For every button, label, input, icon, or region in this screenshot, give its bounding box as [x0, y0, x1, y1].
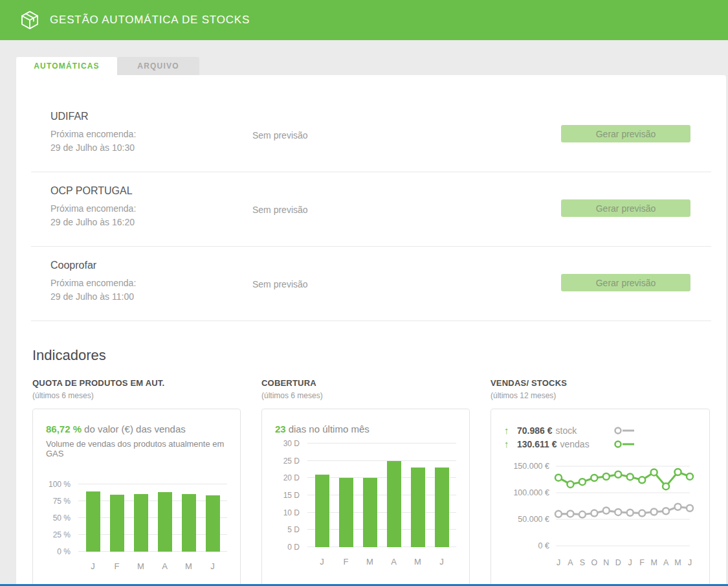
- indicator-cobertura: COBERTURA (últimos 6 meses) 23dias no úl…: [261, 378, 470, 586]
- x-axis-label: F: [334, 557, 358, 567]
- generate-forecast-button[interactable]: Gerar previsão: [561, 274, 690, 291]
- stock-point: [567, 510, 573, 517]
- y-axis-tick: 15 D: [283, 491, 300, 500]
- indicator-vendas-stocks: VENDAS/ STOCKS (últimos 12 meses) ↑ 70.9…: [491, 378, 710, 586]
- y-axis-tick: 0 %: [57, 547, 71, 556]
- cobertura-bar-chart: 0 D5 D10 D15 D20 D25 D30 DJFMAMJ: [275, 444, 456, 567]
- bar: [435, 468, 449, 547]
- stock-point: [591, 510, 597, 517]
- y-axis-tick: 50.000 €: [518, 515, 549, 524]
- arrow-up-icon: ↑: [504, 438, 517, 449]
- bar: [110, 495, 124, 552]
- vendas-point: [639, 477, 645, 483]
- stock-line-marker-icon: [613, 426, 636, 435]
- indicators-grid: QUOTA DE PRODUTOS EM AUT. (últimos 6 mes…: [16, 378, 726, 586]
- y-axis-tick: 100 %: [49, 480, 71, 489]
- quota-bar-chart: 0 %25 %50 %75 %100 %JFMAMJ: [46, 484, 227, 571]
- supplier-name: Cooprofar: [50, 260, 711, 271]
- bar: [86, 491, 100, 552]
- legend-text: 70.986 €stock: [517, 425, 613, 436]
- x-axis-label: J: [201, 561, 225, 571]
- bar: [387, 461, 401, 547]
- bar: [363, 478, 377, 547]
- supplier-row-udifar: UDIFAR Próxima encomenda: 29 de Julho às…: [31, 98, 711, 172]
- quota-subtext: Volume de vendas dos produtos atualmente…: [46, 439, 227, 458]
- stock-point: [579, 512, 586, 518]
- tab-automaticas[interactable]: AUTOMÁTICAS: [16, 57, 117, 75]
- legend-text: 130.611 €vendas: [517, 439, 613, 449]
- app-header: GESTÃO AUTOMÁTICA DE STOCKS: [0, 0, 728, 40]
- y-axis-tick: 30 D: [283, 439, 300, 448]
- bar: [134, 494, 148, 552]
- package-icon: [19, 10, 40, 30]
- x-axis-label: M: [358, 557, 382, 567]
- next-order-time: 29 de Julho às 11:00: [50, 290, 711, 304]
- arrow-up-icon: ↑: [504, 425, 517, 436]
- stock-point: [687, 505, 693, 512]
- bar: [339, 478, 353, 547]
- cobertura-value: 23: [275, 423, 286, 434]
- bar: [315, 475, 329, 547]
- x-axis-label: A: [568, 558, 573, 567]
- quota-headline-text: do valor (€) das vendas: [84, 423, 186, 434]
- vendas-line-marker-icon: [613, 440, 636, 449]
- x-axis-label: J: [430, 557, 454, 567]
- indicator-title: QUOTA DE PRODUTOS EM AUT.: [32, 378, 241, 388]
- x-axis-label: S: [580, 558, 585, 567]
- x-axis-label: O: [591, 558, 597, 567]
- vendas-point: [627, 473, 634, 480]
- vendas-line: [558, 472, 690, 486]
- x-axis-label: M: [406, 557, 430, 567]
- indicator-title: VENDAS/ STOCKS: [491, 378, 710, 388]
- main-panel: UDIFAR Próxima encomenda: 29 de Julho às…: [16, 75, 726, 586]
- chart-legend: ↑ 70.986 €stock ↑ 130.611 €vendas: [504, 423, 696, 451]
- legend-row-stock: ↑ 70.986 €stock: [504, 423, 696, 437]
- y-axis-tick: 10 D: [283, 508, 300, 517]
- tab-arquivo[interactable]: ARQUIVO: [117, 57, 199, 75]
- y-axis-tick: 20 D: [283, 473, 300, 482]
- legend-row-vendas: ↑ 130.611 €vendas: [504, 437, 696, 451]
- y-axis-tick: 0 €: [538, 541, 549, 550]
- stock-point: [663, 508, 669, 514]
- vendas-point: [675, 469, 681, 475]
- x-axis-label: F: [105, 561, 129, 571]
- stock-point: [627, 510, 634, 516]
- vendas-label: vendas: [560, 439, 590, 449]
- x-axis-label: M: [129, 561, 153, 571]
- vendas-point: [603, 473, 610, 480]
- y-axis-tick: 150.000 €: [513, 462, 549, 471]
- indicator-subtitle: (últimos 6 meses): [261, 391, 470, 400]
- y-axis-tick: 5 D: [287, 525, 300, 534]
- next-order-time: 29 de Julho às 16:20: [50, 216, 711, 229]
- next-order-time: 29 de Julho às 10:30: [50, 141, 711, 155]
- x-axis-label: J: [81, 561, 105, 571]
- forecast-status: Sem previsão: [252, 205, 308, 215]
- quota-headline: 86,72 %do valor (€) das vendas: [46, 423, 227, 434]
- stock-point: [603, 507, 610, 513]
- vendas-point: [567, 481, 573, 488]
- stock-label: stock: [556, 425, 577, 436]
- supplier-row-ocp-portugal: OCP PORTUGAL Próxima encomenda: 29 de Ju…: [31, 172, 711, 247]
- generate-forecast-button[interactable]: Gerar previsão: [561, 125, 690, 142]
- quota-card: 86,72 %do valor (€) das vendas Volume de…: [32, 409, 241, 586]
- stock-point: [675, 504, 681, 510]
- stock-point: [555, 511, 562, 517]
- supplier-name: UDIFAR: [50, 111, 711, 122]
- x-axis-label: J: [688, 558, 692, 567]
- tab-bar: AUTOMÁTICAS ARQUIVO: [16, 57, 728, 75]
- generate-forecast-button[interactable]: Gerar previsão: [561, 199, 690, 217]
- x-axis-label: D: [615, 558, 621, 567]
- supplier-name: OCP PORTUGAL: [50, 185, 711, 197]
- x-axis-label: M: [177, 561, 201, 571]
- vendas-stocks-card: ↑ 70.986 €stock ↑ 130.611 €vendas: [491, 409, 710, 586]
- indicator-subtitle: (últimos 12 meses): [491, 391, 710, 400]
- forecast-status: Sem previsão: [252, 130, 308, 141]
- vendas-point: [615, 471, 621, 478]
- indicator-quota: QUOTA DE PRODUTOS EM AUT. (últimos 6 mes…: [32, 378, 241, 586]
- x-axis-label: M: [674, 558, 681, 567]
- quota-value: 86,72 %: [46, 423, 82, 434]
- stock-point: [639, 510, 645, 517]
- indicators-heading: Indicadores: [32, 347, 726, 364]
- stock-point: [615, 509, 621, 515]
- vendas-point: [663, 483, 669, 490]
